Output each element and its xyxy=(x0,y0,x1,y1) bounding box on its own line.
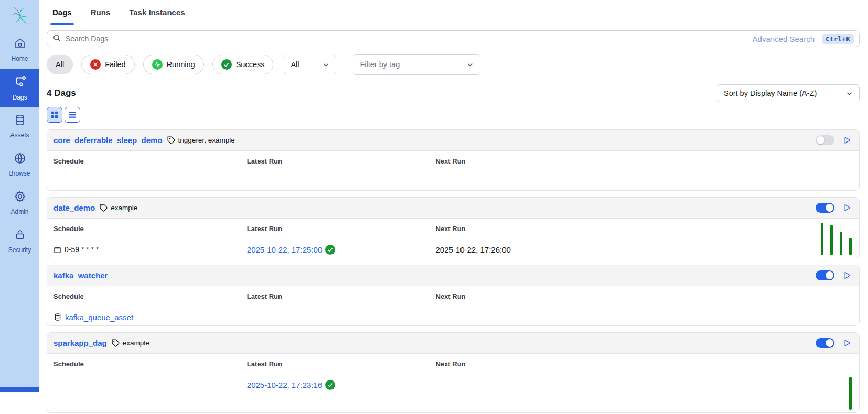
dag-card-body: Schedule Latest Run 2025-10-22, 17:23:16… xyxy=(47,354,859,412)
state-select[interactable]: All xyxy=(284,55,336,74)
dag-title-link[interactable]: sparkapp_dag xyxy=(53,339,107,347)
globe-icon xyxy=(14,152,26,167)
dag-card-controls xyxy=(816,338,852,348)
dag-pause-toggle[interactable] xyxy=(816,338,834,348)
asset-database-icon xyxy=(53,313,62,321)
sort-select[interactable]: Sort by Display Name (A-Z) xyxy=(717,84,860,102)
airflow-logo[interactable] xyxy=(9,0,31,30)
run-duration-bars xyxy=(821,223,852,255)
chevron-down-icon xyxy=(323,61,329,68)
sidebar: Home Dags Assets Browse Admin xyxy=(0,0,39,392)
advanced-search-link[interactable]: Advanced Search xyxy=(753,35,815,43)
run-bar[interactable] xyxy=(849,238,852,255)
dag-title-link[interactable]: date_demo xyxy=(53,203,95,212)
dag-tags: triggerer, example xyxy=(167,136,235,145)
dag-card-body: Schedule Latest Run Next Run xyxy=(47,151,859,190)
tab-runs[interactable]: Runs xyxy=(91,0,111,25)
schedule-cron-text: 0-59 * * * * xyxy=(65,245,99,254)
next-run-value xyxy=(435,177,853,187)
latest-run-column-label: Latest Run xyxy=(247,360,436,368)
dag-card-header: core_deferrable_sleep_demo triggerer, ex… xyxy=(47,130,859,151)
trigger-dag-button[interactable] xyxy=(843,339,852,347)
search-icon xyxy=(52,34,61,45)
sidebar-item-dags[interactable]: Dags xyxy=(0,69,39,107)
dag-pause-toggle[interactable] xyxy=(816,135,834,145)
dag-card: core_deferrable_sleep_demo triggerer, ex… xyxy=(47,129,860,191)
filter-chip-failed[interactable]: Failed xyxy=(81,55,135,74)
schedule-column-label: Schedule xyxy=(53,157,247,165)
latest-run-column-label: Latest Run xyxy=(247,157,436,165)
run-bar[interactable] xyxy=(849,377,852,410)
dag-card: date_demo example Schedule 0-59 xyxy=(47,197,860,258)
dag-tags-label: example xyxy=(123,339,149,347)
tag-filter-select[interactable]: Filter by tag xyxy=(353,54,480,75)
trigger-dag-button[interactable] xyxy=(843,136,852,145)
filter-chip-running[interactable]: Running xyxy=(143,55,204,74)
run-bar[interactable] xyxy=(821,223,823,255)
card-view-button[interactable] xyxy=(47,107,62,123)
next-run-column: Next Run xyxy=(435,360,853,390)
dag-card-title-group: core_deferrable_sleep_demo triggerer, ex… xyxy=(53,136,235,145)
dag-tags-label: triggerer, example xyxy=(178,136,235,144)
sidebar-item-browse[interactable]: Browse xyxy=(0,145,39,183)
next-run-column-label: Next Run xyxy=(435,157,853,165)
dag-title-link[interactable]: core_deferrable_sleep_demo xyxy=(53,136,163,145)
tab-task-instances[interactable]: Task Instances xyxy=(129,0,185,25)
sidebar-item-home[interactable]: Home xyxy=(0,30,39,69)
search-input[interactable] xyxy=(66,35,854,43)
dag-title-link[interactable]: kafka_watcher xyxy=(53,271,108,280)
latest-run-column: Latest Run 2025-10-22, 17:25:00 xyxy=(247,225,436,255)
dag-card-title-group: sparkapp_dag example xyxy=(53,339,149,347)
toggle-knob xyxy=(817,136,824,144)
latest-run-column-label: Latest Run xyxy=(247,225,436,233)
schedule-column: Schedule 0-59 * * * * xyxy=(53,225,247,255)
success-check-icon xyxy=(221,59,232,70)
schedule-asset-name: kafka_queue_asset xyxy=(65,313,133,322)
chip-label: Running xyxy=(167,60,195,69)
dag-count: 4 Dags xyxy=(47,88,76,99)
chip-label: All xyxy=(56,60,64,69)
dag-pause-toggle[interactable] xyxy=(816,203,834,213)
toggle-knob xyxy=(826,204,833,212)
lock-icon xyxy=(14,228,26,243)
sidebar-item-admin[interactable]: Admin xyxy=(0,183,39,222)
run-bar[interactable] xyxy=(840,232,842,255)
table-view-button[interactable] xyxy=(65,107,80,123)
list-header: 4 Dags Sort by Display Name (A-Z) xyxy=(47,84,860,102)
sidebar-item-label: Admin xyxy=(10,208,28,215)
latest-run-value xyxy=(247,312,436,322)
sidebar-item-security[interactable]: Security xyxy=(0,222,39,260)
filter-chip-all[interactable]: All xyxy=(47,55,73,74)
tab-dags[interactable]: Dags xyxy=(52,0,72,25)
tag-select-placeholder: Filter by tag xyxy=(360,60,400,69)
trigger-dag-button[interactable] xyxy=(843,271,852,280)
latest-run-column: Latest Run xyxy=(247,157,436,187)
dag-card-controls xyxy=(816,135,852,145)
dag-card: sparkapp_dag example Schedule xyxy=(47,332,860,413)
dag-card-list: core_deferrable_sleep_demo triggerer, ex… xyxy=(47,129,860,413)
next-run-column: Next Run xyxy=(435,157,853,187)
schedule-asset-link[interactable]: kafka_queue_asset xyxy=(53,313,133,322)
next-run-column: Next Run xyxy=(435,292,853,322)
search-bar: Advanced Search Ctrl+K xyxy=(47,30,860,47)
schedule-value xyxy=(53,379,247,390)
schedule-value xyxy=(53,177,247,187)
dag-pause-toggle[interactable] xyxy=(816,270,834,280)
latest-run-column-label: Latest Run xyxy=(247,292,436,300)
tag-icon xyxy=(99,203,108,212)
run-success-check-icon xyxy=(325,245,335,255)
dag-card-header: date_demo example xyxy=(47,198,859,219)
run-bar[interactable] xyxy=(830,225,833,255)
content-area: Advanced Search Ctrl+K All Failed xyxy=(39,25,868,414)
latest-run-link[interactable]: 2025-10-22, 17:25:00 xyxy=(247,245,322,254)
tabbar: Dags Runs Task Instances xyxy=(39,0,868,25)
database-icon xyxy=(14,114,26,128)
filter-chip-success[interactable]: Success xyxy=(212,55,274,74)
tag-icon xyxy=(111,339,120,347)
latest-run-link[interactable]: 2025-10-22, 17:23:16 xyxy=(247,380,322,389)
sidebar-item-assets[interactable]: Assets xyxy=(0,107,39,145)
dag-card-header: kafka_watcher xyxy=(47,265,859,286)
trigger-dag-button[interactable] xyxy=(843,203,852,212)
calendar-icon xyxy=(53,246,61,254)
schedule-value: 0-59 * * * * xyxy=(53,244,247,255)
